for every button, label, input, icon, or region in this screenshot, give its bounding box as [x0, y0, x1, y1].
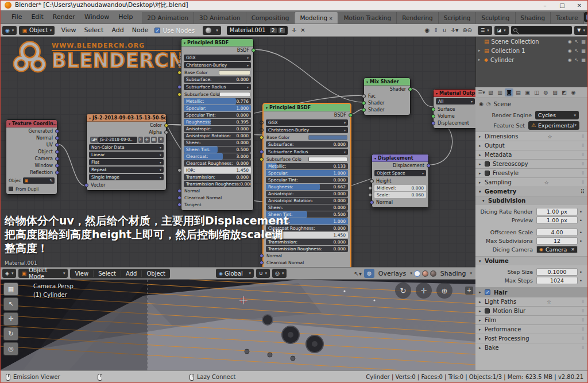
tab-material-icon[interactable]: ◉	[569, 88, 578, 96]
tab-output-icon[interactable]: ▤	[514, 88, 523, 96]
node-image-texture[interactable]: ▾JS-2-2018-09-03-15-13-50-Seamle.. Color…	[86, 114, 167, 191]
bsdf-property-row[interactable]: Subsurface Radius	[266, 149, 348, 155]
transform-orientation-dropdown[interactable]: ◉Global▾	[216, 269, 254, 278]
field-value[interactable]: 4.00	[536, 229, 578, 236]
outliner-search-input[interactable]	[511, 26, 572, 34]
render-engine-dropdown[interactable]: Cycles▾	[535, 111, 579, 119]
node-header-principled-bsdf[interactable]: ▾Principled BSDF	[264, 104, 350, 111]
scale-field[interactable]: Scale:0.060	[374, 192, 426, 198]
properties-panel-collapsed[interactable]: ▸ Film ☆ ⠿	[475, 315, 588, 324]
image-option-dropdown[interactable]: Flat	[89, 159, 164, 165]
bsdf-property-row[interactable]: Subsurface Colo	[266, 156, 348, 163]
render-restrict-icon[interactable]: ▦	[581, 39, 586, 44]
tab-modifier-icon[interactable]: ◩	[560, 88, 568, 96]
outliner-funnel-dropdown[interactable]: ▼▾	[574, 26, 588, 35]
unlink-material-button[interactable]: ✕	[300, 27, 305, 33]
bsdf-property-row[interactable]: Anisotropic: 0.000	[266, 191, 348, 197]
bsdf-property-row[interactable]: Christensen-Burley	[266, 127, 348, 133]
node-editor-menu[interactable]: View	[57, 26, 80, 34]
from-dupli-checkbox[interactable]	[9, 187, 13, 191]
tab-tool-icon[interactable]: ▧	[486, 88, 495, 96]
field-value[interactable]: 1024	[536, 277, 578, 284]
tab-object-icon[interactable]: ▨	[551, 88, 559, 96]
panel-checkbox[interactable]	[485, 308, 490, 314]
output-socket-shader[interactable]	[408, 87, 412, 91]
move-tool[interactable]: ✛	[3, 312, 18, 326]
output-socket[interactable]	[55, 143, 59, 147]
panel-geometry[interactable]: ▾Geometry⠿	[475, 187, 588, 196]
outliner-display-mode-dropdown[interactable]: ☰▾	[478, 26, 492, 35]
input-socket[interactable]	[84, 183, 88, 187]
viewport-menu[interactable]: Select	[94, 270, 121, 277]
pin-icon[interactable]: ◉	[479, 101, 483, 107]
expand-arrow-icon[interactable]: ▸	[478, 57, 484, 62]
select-box-tool[interactable]: ▦	[3, 283, 18, 296]
color-swatch[interactable]	[308, 157, 347, 162]
output-socket[interactable]	[164, 123, 168, 127]
panel-checkbox[interactable]	[485, 161, 490, 167]
input-socket[interactable]	[177, 71, 181, 75]
snap-mode-dropdown[interactable]: ✛▾	[451, 27, 458, 33]
menu-item[interactable]: File	[7, 13, 26, 21]
node-header-displacement[interactable]: ▾Displacement	[372, 154, 428, 162]
workspace-tab[interactable]: 2D Animation	[142, 12, 194, 24]
image-option-dropdown[interactable]: Repeat	[89, 167, 164, 173]
drag-dots-icon[interactable]: ⠿	[582, 180, 585, 185]
bsdf-property-row[interactable]: Base Color	[266, 134, 348, 141]
input-socket[interactable]	[362, 101, 366, 105]
field-value[interactable]: 0.1000	[536, 268, 578, 276]
image-option-dropdown[interactable]: Non-Color Data	[89, 144, 164, 150]
field-value[interactable]: 1.00 px	[536, 216, 578, 224]
bsdf-property-row[interactable]: Transmission: 0.000	[184, 174, 251, 180]
bsdf-property-row[interactable]: Metallic: 0.776	[184, 98, 251, 105]
output-socket-bsdf[interactable]	[252, 48, 256, 52]
properties-panel-collapsed[interactable]: ▸ Output ☆ ⠿	[475, 141, 588, 150]
output-socket[interactable]	[427, 164, 431, 168]
tab-world-icon[interactable]: ◍	[541, 88, 550, 96]
output-socket[interactable]	[55, 150, 59, 154]
drag-dots-icon[interactable]: ⠿	[582, 162, 585, 167]
menu-item[interactable]: Help	[114, 13, 137, 21]
tab-scene-icon[interactable]: ◫	[532, 88, 541, 96]
scale-tool[interactable]: ◎	[3, 342, 18, 355]
field-value[interactable]: 1.00 px	[536, 208, 578, 215]
drag-dots-icon[interactable]: ⠿	[582, 318, 585, 323]
shader-type-dropdown[interactable]: ▣Object▾	[19, 26, 55, 35]
properties-panel-collapsed[interactable]: ▸ Metadata ☆ ⠿	[475, 150, 588, 159]
panel-hair[interactable]: ▸ ✓ Hair	[475, 287, 588, 297]
bsdf-property-row[interactable]: Subsurface: 0.000	[266, 141, 348, 148]
minimize-button[interactable]: –	[536, 0, 554, 10]
input-socket[interactable]	[260, 136, 264, 140]
properties-panel-collapsed[interactable]: ▸ Bake ☆ ⠿	[475, 343, 588, 352]
output-socket[interactable]	[55, 164, 59, 168]
viewport-menu[interactable]: Object	[142, 270, 170, 277]
bsdf-property-row[interactable]: Normal	[184, 188, 251, 194]
shading-dropdown[interactable]: Shading	[436, 270, 470, 277]
node-material-output[interactable]: ▾Material Output All SurfaceVolumeDispla…	[433, 89, 475, 129]
material-browse-dropdown[interactable]: ▾	[203, 26, 221, 35]
new-material-button[interactable]: ✛	[292, 27, 296, 33]
properties-panel-collapsed[interactable]: ▸ Light Paths ☆ ⠿	[475, 297, 588, 306]
bsdf-property-row[interactable]: Transmission Roughness: 0.000	[184, 181, 251, 187]
maximize-button[interactable]: □	[554, 0, 571, 10]
outliner-row[interactable]: ▸ ◆ Cylinder ◉↖▦	[476, 55, 588, 64]
drag-dots-icon[interactable]: ⠿	[582, 300, 585, 304]
editor-type-dropdown[interactable]: ◉▾	[2, 26, 17, 35]
bsdf-property-row[interactable]: Clearcoat Roughness: 0.000	[184, 160, 251, 167]
properties-panel-collapsed[interactable]: ▸ Motion Blur ☆ ⠿	[475, 306, 588, 315]
node-mix-shader[interactable]: ▾Mix Shader Shader FacShaderShader	[363, 78, 411, 115]
workspace-tab[interactable]: Sculpting	[476, 12, 515, 24]
shading-rendered-icon[interactable]	[430, 270, 436, 277]
node-texture-coordinate[interactable]: ▾Texture Coordin.. GeneratedNormalUVObje…	[6, 119, 57, 195]
input-socket[interactable]	[431, 121, 435, 125]
bsdf-property-row[interactable]: Subsurface Colo	[184, 91, 251, 98]
selectable-icon[interactable]: ↖	[575, 57, 579, 63]
bsdf-property-row[interactable]: GGX	[184, 55, 251, 61]
drag-dots-icon[interactable]: ⠿	[582, 153, 585, 157]
overlay-keys-icon[interactable]: ⊕⊖	[462, 27, 472, 33]
snap-magnet-icon[interactable]: ∪	[443, 27, 447, 33]
node-header-mix-shader[interactable]: ▾Mix Shader	[364, 78, 410, 86]
workspace-tab[interactable]: Scripting	[439, 12, 477, 24]
input-socket[interactable]	[260, 121, 264, 125]
cursor-tool[interactable]: ↖	[3, 297, 18, 311]
